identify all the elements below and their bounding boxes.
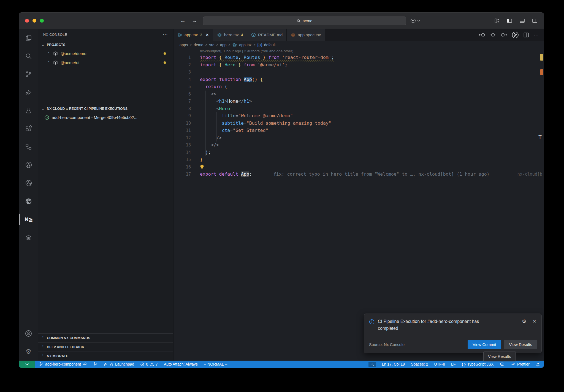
formatter-status[interactable]: ✓✓Prettier xyxy=(511,362,530,366)
toggle-primary-sidebar-icon[interactable] xyxy=(506,18,513,24)
view-results-button[interactable]: View Results xyxy=(504,340,537,349)
code-line-12[interactable]: 12 /> xyxy=(173,134,544,142)
problems-status[interactable]: 07 xyxy=(140,362,158,366)
activity-account-icon[interactable] xyxy=(19,324,38,342)
tab-README.md[interactable]: README.md xyxy=(247,29,287,41)
code-line-14[interactable]: 14 ); xyxy=(173,149,544,156)
activity-search-icon[interactable] xyxy=(19,47,38,65)
lightbulb-icon[interactable] xyxy=(200,164,204,170)
code-line-8[interactable]: 8 <Hero xyxy=(173,105,544,113)
code-line-9[interactable]: 9 title="Welcome @acme/demo" xyxy=(173,112,544,120)
section-label: NX MIGRATE xyxy=(47,354,68,358)
titlebar: ← → acme xyxy=(19,13,544,29)
launchpad-status[interactable]: Launchpad xyxy=(104,362,134,366)
nx-graph-icon[interactable] xyxy=(512,31,519,39)
cursor-position-status[interactable]: Ln 17, Col 19 xyxy=(382,362,405,366)
code-line-1[interactable]: 1import { Route, Routes } from 'react-ro… xyxy=(173,54,544,61)
section-nx-cloud[interactable]: ⌄ NX CLOUD :: RECENT CI PIPELINE EXECUTI… xyxy=(38,105,173,113)
tab-hero.tsx[interactable]: hero.tsx4 xyxy=(213,29,247,41)
code-line-10[interactable]: 10 subtitle="Build something amazing tod… xyxy=(173,120,544,127)
breadcrumb-item[interactable]: demo xyxy=(194,43,203,47)
activity-source-control-icon[interactable] xyxy=(19,65,38,83)
section-common-nx-commands[interactable]: ˃ COMMON NX COMMANDS xyxy=(38,333,173,342)
section-nx-migrate[interactable]: ˃ NX MIGRATE xyxy=(38,352,173,361)
project-label: @acme/demo xyxy=(61,51,86,56)
zoom-out-icon[interactable] xyxy=(368,362,376,367)
double-check-icon: ✓✓ xyxy=(511,362,515,366)
nav-forward-icon[interactable]: → xyxy=(192,18,197,24)
minimize-window-button[interactable] xyxy=(32,19,36,23)
breadcrumb-item[interactable]: app xyxy=(220,43,226,47)
ci-pipeline-execution-item[interactable]: add-hero-component - Merge 409b44e5cb02.… xyxy=(38,113,173,122)
language-status[interactable]: { }TypeScript JSX xyxy=(462,362,494,366)
branch-status[interactable]: add-hero-component xyxy=(39,362,87,366)
notifications-status[interactable] xyxy=(536,362,540,366)
activity-explorer-icon[interactable] xyxy=(19,29,38,47)
remote-indicator[interactable]: >< xyxy=(19,361,35,368)
nav-forward-circle-icon[interactable] xyxy=(500,32,507,37)
git-graph-icon xyxy=(93,362,98,366)
chevron-right-icon: ˃ xyxy=(254,43,256,47)
code-line-13[interactable]: 13 </> xyxy=(173,141,544,149)
vscode-window: ← → acme N≧⚙ NX CONSOLE xyxy=(19,12,544,368)
activity-run-debug-icon[interactable] xyxy=(19,83,38,101)
toggle-secondary-sidebar-icon[interactable] xyxy=(532,18,538,24)
activity-extensions-icon[interactable] xyxy=(19,119,38,138)
line-number: 13 xyxy=(173,141,200,149)
maximize-window-button[interactable] xyxy=(40,19,44,23)
activity-references-icon[interactable] xyxy=(19,138,38,156)
activity-settings-gear-icon[interactable]: ⚙ xyxy=(19,342,38,361)
customize-layout-icon[interactable] xyxy=(494,18,500,24)
more-actions-icon[interactable]: ⋯ xyxy=(534,32,539,38)
notification-close-icon[interactable]: ✕ xyxy=(533,318,536,324)
sidebar-more-actions-icon[interactable]: ⋯ xyxy=(163,32,168,38)
code-line-7[interactable]: 7 <h1>Home</h1> xyxy=(173,98,544,105)
activity-edge-browser-icon[interactable] xyxy=(19,192,38,210)
section-help-and-feedback[interactable]: ˃ HELP AND FEEDBACK xyxy=(38,342,173,352)
tab-app.tsx[interactable]: app.tsx3✕ xyxy=(173,29,213,41)
section-projects[interactable]: ⌄ PROJECTS xyxy=(38,41,173,49)
zoom-status[interactable] xyxy=(368,362,376,367)
copilot-menu[interactable] xyxy=(410,18,420,23)
code-line-4[interactable]: 4export function App() { xyxy=(173,76,544,83)
breadcrumb-item[interactable]: src xyxy=(209,43,214,47)
breadcrumb-file[interactable]: app.tsx xyxy=(239,43,251,47)
split-editor-icon[interactable] xyxy=(524,32,529,37)
activity-nx-console-icon[interactable]: N≧ xyxy=(19,210,38,228)
close-tab-icon[interactable]: ✕ xyxy=(205,32,209,37)
breadcrumb-item[interactable]: apps xyxy=(180,43,188,47)
project-item[interactable]: ˃ @acme/demo xyxy=(38,49,173,58)
vim-mode-status[interactable]: -- NORMAL -- xyxy=(204,362,227,366)
activity-nx-project-details-icon[interactable] xyxy=(19,174,38,192)
nav-back-circle-icon[interactable] xyxy=(479,32,486,37)
nav-circle-icon[interactable] xyxy=(490,32,496,37)
notification-settings-gear-icon[interactable]: ⚙ xyxy=(522,318,527,325)
view-results-tooltip: View Results xyxy=(483,352,516,361)
eol-status[interactable]: LF xyxy=(451,362,455,366)
activity-containers-icon[interactable] xyxy=(19,228,38,247)
code-line-6[interactable]: 6 <> xyxy=(173,91,544,98)
copilot-status[interactable] xyxy=(500,362,505,366)
code-line-16[interactable]: 16 xyxy=(173,164,544,171)
toggle-panel-icon[interactable] xyxy=(519,18,525,24)
activity-nx-cloud-graph-icon[interactable] xyxy=(19,156,38,174)
code-line-3[interactable]: 3 xyxy=(173,69,544,76)
command-center-search[interactable]: acme xyxy=(203,17,406,25)
activity-testing-icon[interactable] xyxy=(19,101,38,119)
git-graph-status[interactable] xyxy=(93,362,98,366)
encoding-status[interactable]: UTF-8 xyxy=(434,362,445,366)
auto-attach-status[interactable]: Auto Attach: Always xyxy=(164,362,198,366)
code-line-17[interactable]: 17export default App;fix: correct typo i… xyxy=(173,171,544,178)
nav-back-icon[interactable]: ← xyxy=(180,18,186,24)
indentation-status[interactable]: Spaces: 2 xyxy=(411,362,428,366)
code-line-2[interactable]: 2import { Hero } from '@acme/ui'; xyxy=(173,61,544,69)
tab-app.spec.tsx[interactable]: app.spec.tsx xyxy=(287,29,325,41)
view-commit-button[interactable]: View Commit xyxy=(468,340,501,349)
code-line-5[interactable]: 5 return ( xyxy=(173,83,544,91)
code-line-15[interactable]: 15} xyxy=(173,156,544,164)
code-line-11[interactable]: 11 cta="Get Started" xyxy=(173,127,544,134)
close-window-button[interactable] xyxy=(25,19,29,23)
breadcrumb-symbol[interactable]: default xyxy=(264,43,276,47)
sidebar-header: NX CONSOLE ⋯ xyxy=(38,29,173,41)
project-item[interactable]: ˃ @acme/ui xyxy=(38,58,173,67)
